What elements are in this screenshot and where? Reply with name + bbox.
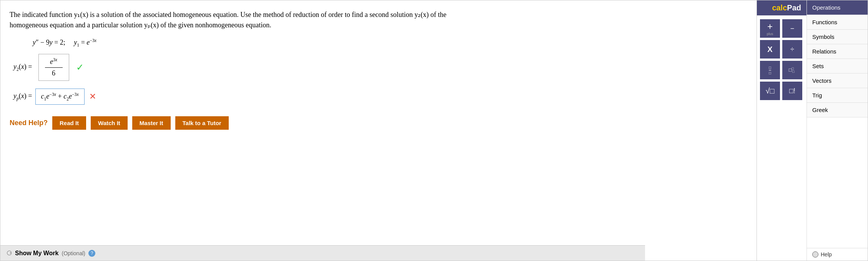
sidebar-item-vectors[interactable]: Vectors — [807, 74, 868, 88]
multiply-button[interactable]: X — [760, 40, 780, 59]
x-icon: ✕ — [89, 92, 96, 102]
calc-row-4: √□ □! — [760, 82, 803, 100]
sqrt-button[interactable]: √□ — [760, 82, 780, 100]
sqrt-icon: √□ — [765, 87, 774, 95]
calc-row-2: X ÷ — [760, 40, 803, 59]
sidebar-label-functions: Functions — [812, 19, 837, 25]
y2-numerator: e3x — [45, 57, 63, 68]
y2-denominator: 6 — [52, 68, 55, 77]
calcpad-sidebar-col: Operations Functions Symbols Relations S… — [807, 0, 868, 261]
problem-line1: The indicated function y₁(x) is a soluti… — [10, 11, 446, 18]
plus-label: plus — [767, 32, 773, 36]
calcpad-panel: calcPad + plus − X — [757, 0, 868, 261]
sidebar-item-relations[interactable]: Relations — [807, 44, 868, 59]
optional-label: (Optional) — [62, 250, 85, 256]
show-work-bar[interactable]: ⚆ Show My Work (Optional) ? — [0, 245, 645, 261]
left-content: The indicated function y₁(x) is a soluti… — [0, 0, 757, 261]
fraction-icon: □ □ — [769, 65, 771, 75]
plus-icon: + — [767, 21, 773, 32]
yp-answer-box[interactable]: c1e−3x + c2e−3x — [35, 89, 85, 105]
equation-display: y″ − 9y = 2; y1 = e−3x — [33, 38, 745, 48]
y2-answer-box[interactable]: e3x 6 — [38, 54, 69, 81]
help-label: Help — [821, 251, 832, 258]
plus-box-icon: ⚆ — [7, 249, 12, 257]
help-link[interactable]: Help — [807, 248, 868, 261]
y2-row: y2(x) = e3x 6 ✓ — [13, 54, 745, 81]
mixed-fraction-icon: □□□ — [789, 67, 796, 74]
y2-label: y2(x) = — [13, 63, 32, 72]
need-help-row: Need Help? Read It Watch It Master It Ta… — [10, 116, 745, 130]
minus-button[interactable]: − — [782, 19, 802, 38]
sidebar-item-greek[interactable]: Greek — [807, 103, 868, 117]
calc-row-3: □ □ □□□ — [760, 61, 803, 79]
divide-button[interactable]: ÷ — [782, 40, 802, 59]
calc-title-pad: Pad — [787, 3, 801, 12]
sidebar-item-symbols[interactable]: Symbols — [807, 30, 868, 44]
sidebar-label-vectors: Vectors — [812, 77, 831, 84]
check-icon: ✓ — [76, 62, 84, 73]
sidebar-item-functions[interactable]: Functions — [807, 15, 868, 30]
calc-title-calc: calc — [772, 3, 787, 12]
master-it-button[interactable]: Master It — [132, 116, 171, 130]
mixed-fraction-button[interactable]: □□□ — [782, 61, 802, 79]
problem-text: The indicated function y₁(x) is a soluti… — [10, 10, 745, 30]
multiply-icon: X — [767, 45, 772, 54]
main-layout: The indicated function y₁(x) is a soluti… — [0, 0, 868, 261]
divide-icon: ÷ — [790, 45, 794, 54]
calcpad-buttons-col: calcPad + plus − X — [757, 0, 807, 261]
watch-it-button[interactable]: Watch It — [91, 116, 128, 130]
calc-row-1: + plus − — [760, 19, 803, 38]
plus-button[interactable]: + plus — [760, 19, 780, 38]
sidebar-label-symbols: Symbols — [812, 33, 835, 40]
globe-icon — [812, 251, 818, 258]
calc-buttons-container: + plus − X ÷ — [757, 15, 806, 104]
sidebar-item-sets[interactable]: Sets — [807, 59, 868, 74]
factorial-button[interactable]: □! — [782, 82, 802, 100]
show-work-label: Show My Work — [15, 250, 59, 257]
yp-value: c1e−3x + c2e−3x — [41, 92, 79, 102]
sidebar-item-operations[interactable]: Operations — [807, 0, 868, 15]
sidebar-label-greek: Greek — [812, 107, 828, 113]
minus-icon: − — [790, 25, 795, 33]
sidebar-item-trig[interactable]: Trig — [807, 88, 868, 103]
read-it-button[interactable]: Read It — [52, 116, 86, 130]
yp-label: yp(x) = — [13, 92, 32, 101]
need-help-label: Need Help? — [10, 119, 48, 127]
fraction-button[interactable]: □ □ — [760, 61, 780, 79]
sidebar-label-trig: Trig — [812, 92, 822, 99]
calcpad-header: calcPad — [757, 0, 806, 15]
sidebar-label-relations: Relations — [812, 48, 836, 55]
sidebar-label-operations: Operations — [812, 4, 840, 11]
factorial-icon: □! — [789, 87, 795, 95]
yp-row: yp(x) = c1e−3x + c2e−3x ✕ — [13, 89, 745, 105]
problem-line2: homogeneous equation and a particular so… — [10, 21, 271, 29]
sidebar-label-sets: Sets — [812, 63, 824, 69]
talk-to-tutor-button[interactable]: Talk to a Tutor — [175, 116, 229, 130]
info-icon[interactable]: ? — [88, 250, 95, 257]
